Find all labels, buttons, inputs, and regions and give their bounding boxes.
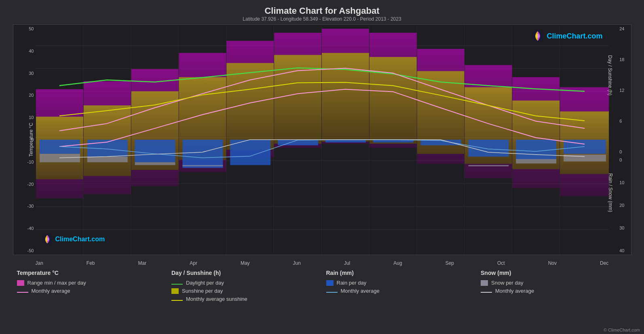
legend-swatch-temp-range (17, 280, 24, 286)
legend-line-daylight (171, 284, 183, 285)
chart-inner (36, 25, 609, 255)
svg-rect-62 (564, 155, 606, 162)
svg-rect-54 (516, 140, 556, 160)
chart-area: Temperature °C Day / Sunshine (h) Rain /… (13, 24, 631, 255)
legend-line-temp-avg (17, 292, 28, 293)
legend-col-temperature: Temperature °C Range min / max per day M… (13, 270, 168, 302)
month-dec: Dec (600, 260, 608, 266)
month-may: May (241, 260, 250, 266)
legend-item-rain-avg: Monthly average (326, 288, 477, 294)
svg-rect-47 (182, 140, 223, 168)
legend-line-rain-avg (326, 292, 338, 293)
y-axis-right-top: 24 18 12 6 0 (619, 25, 624, 156)
legend-swatch-rain (326, 280, 334, 286)
legend-label-snow-avg: Monthly average (495, 288, 534, 294)
svg-rect-46 (135, 140, 175, 162)
legend-label-rain: Rain per day (337, 280, 367, 286)
svg-rect-39 (369, 57, 416, 144)
page-wrapper: Climate Chart for Ashgabat Latitude 37.9… (0, 0, 644, 334)
legend-col-rain: Rain (mm) Rain per day Monthly average (322, 270, 477, 302)
legend-col-snow: Snow (mm) Snow per day Monthly average (477, 270, 631, 302)
legend-swatch-snow (481, 280, 488, 286)
legend-title-temperature: Temperature °C (17, 270, 168, 276)
chart-title: Climate Chart for Ashgabat (264, 6, 379, 16)
copyright-label: © ClimeChart.com (604, 328, 640, 332)
month-jan: Jan (36, 260, 43, 266)
legend-item-rain: Rain per day (326, 280, 477, 286)
legend-area: Temperature °C Range min / max per day M… (13, 270, 631, 302)
legend-label-rain-avg: Monthly average (341, 288, 380, 294)
legend-swatch-sunshine (171, 288, 179, 294)
svg-rect-53 (468, 140, 509, 157)
y-axis-right-bottom-label: Rain / Snow (mm) (608, 173, 613, 212)
legend-label-snow: Snow per day (491, 280, 524, 286)
svg-point-64 (536, 34, 540, 38)
legend-title-rain: Rain (mm) (326, 270, 477, 276)
svg-rect-59 (182, 165, 223, 166)
legend-label-temp-range: Range min / max per day (27, 280, 86, 286)
svg-rect-50 (325, 140, 365, 143)
svg-rect-57 (87, 157, 127, 162)
y-axis-left-label: Temperature °C (28, 123, 34, 157)
chart-svg (36, 25, 609, 255)
legend-label-sunshine-avg: Monthly average sunshine (186, 296, 247, 302)
brand-top-right: ClimeChart.com (531, 30, 602, 43)
month-jul: Jul (344, 260, 350, 266)
legend-item-temp-range: Range min / max per day (17, 280, 168, 286)
brand-label-bottom: ClimeChart.com (55, 236, 105, 243)
svg-rect-60 (468, 165, 509, 166)
month-mar: Mar (138, 260, 147, 266)
legend-col-sunshine: Day / Sunshine (h) Daylight per day Suns… (167, 270, 322, 302)
month-apr: Apr (190, 260, 197, 266)
brand-logo-top (531, 30, 544, 43)
month-sep: Sep (446, 260, 454, 266)
month-oct: Oct (497, 260, 505, 266)
month-feb: Feb (87, 260, 95, 266)
month-aug: Aug (393, 260, 402, 266)
legend-item-sunshine: Sunshine per day (171, 288, 322, 294)
month-nov: Nov (548, 260, 557, 266)
legend-title-snow: Snow (mm) (481, 270, 631, 276)
svg-point-66 (45, 238, 49, 241)
svg-rect-58 (135, 162, 175, 165)
legend-label-daylight: Daylight per day (186, 280, 224, 286)
legend-label-sunshine: Sunshine per day (182, 288, 223, 294)
legend-item-snow-avg: Monthly average (481, 288, 631, 294)
legend-item-temp-avg: Monthly average (17, 288, 168, 294)
legend-item-daylight: Daylight per day (171, 280, 322, 286)
month-jun: Jun (293, 260, 301, 266)
legend-line-snow-avg (481, 292, 492, 293)
brand-bottom-left: ClimeChart.com (42, 234, 105, 245)
brand-label-top: ClimeChart.com (547, 32, 602, 40)
legend-line-sunshine-avg (171, 300, 183, 301)
svg-rect-61 (516, 159, 556, 164)
y-axis-right-bottom: 0 10 20 30 40 (619, 156, 624, 255)
brand-logo-bottom (42, 234, 53, 245)
legend-item-sunshine-avg: Monthly average sunshine (171, 296, 322, 302)
chart-subtitle: Latitude 37.926 - Longitude 58.349 - Ele… (243, 16, 401, 22)
legend-item-snow: Snow per day (481, 280, 631, 286)
svg-rect-38 (322, 53, 369, 142)
svg-rect-36 (226, 63, 274, 150)
y-axis-right-top-label: Day / Sunshine (h) (607, 55, 613, 95)
legend-label-temp-avg: Monthly average (32, 288, 70, 294)
x-axis: Jan Feb Mar Apr May Jun Jul Aug Sep Oct … (36, 260, 609, 266)
legend-title-sunshine: Day / Sunshine (h) (171, 270, 322, 276)
